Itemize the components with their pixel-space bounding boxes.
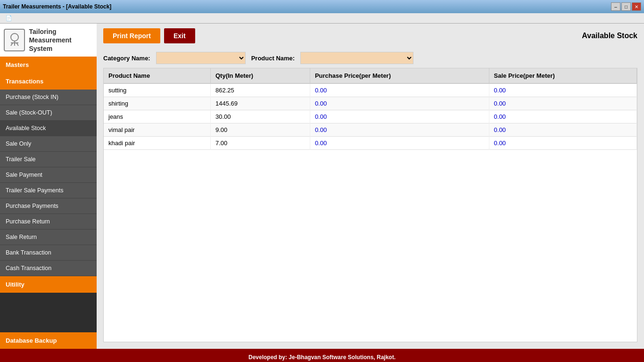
toolbar-left: Print Report Exit xyxy=(103,28,195,43)
cell-sale-price: 0.00 xyxy=(489,97,636,110)
page-title: Available Stock xyxy=(582,32,637,40)
cell-sale-price: 0.00 xyxy=(489,83,636,97)
cell-sale-price: 0.00 xyxy=(489,123,636,137)
title-bar-controls: – □ ✕ xyxy=(611,2,641,11)
sidebar: Tailoring Measurement System Masters Tra… xyxy=(0,24,97,349)
table-row: vimal pair 9.00 0.00 0.00 xyxy=(104,123,637,137)
sidebar-item-purchase-stock-in[interactable]: Purchase (Stock IN) xyxy=(0,90,97,105)
sidebar-item-bank-transaction[interactable]: Bank Transaction xyxy=(0,245,97,261)
table-row: sutting 862.25 0.00 0.00 xyxy=(104,83,637,97)
cell-qty: 862.25 xyxy=(210,83,310,97)
sidebar-item-sale-payment[interactable]: Sale Payment xyxy=(0,167,97,183)
logo-text: Tailoring Measurement System xyxy=(29,27,93,53)
filter-bar: Category Name: Product Name: xyxy=(97,48,644,68)
cell-sale-price: 0.00 xyxy=(489,110,636,123)
col-product-name: Product Name xyxy=(104,68,210,83)
sidebar-item-purchase-payments[interactable]: Purchase Payments xyxy=(0,198,97,214)
sidebar-item-trailer-sale-payments[interactable]: Trailer Sale Payments xyxy=(0,183,97,198)
cell-qty: 7.00 xyxy=(210,137,310,150)
col-purchase-price: Purchase Price(per Meter) xyxy=(310,68,489,83)
cell-product: jeans xyxy=(104,110,210,123)
database-backup-button[interactable]: Database Backup xyxy=(0,332,97,349)
app-container: Tailoring Measurement System Masters Tra… xyxy=(0,24,644,349)
table-row: shirting 1445.69 0.00 0.00 xyxy=(104,97,637,110)
col-sale-price: Sale Price(per Meter) xyxy=(489,68,636,83)
exit-button[interactable]: Exit xyxy=(164,28,195,43)
sidebar-item-available-stock[interactable]: Available Stock xyxy=(0,121,97,136)
cell-product: shirting xyxy=(104,97,210,110)
main-content: Print Report Exit Available Stock Catego… xyxy=(97,24,644,349)
logo-line1: Tailoring xyxy=(29,27,93,36)
table-container: Product Name Qty(In Meter) Purchase Pric… xyxy=(103,68,637,342)
sidebar-item-cash-transaction[interactable]: Cash Transaction xyxy=(0,261,97,276)
category-label: Category Name: xyxy=(103,55,150,62)
sidebar-item-transactions[interactable]: Transactions xyxy=(0,73,97,90)
logo-icon xyxy=(4,29,25,51)
maximize-button[interactable]: □ xyxy=(621,2,631,11)
cell-purchase-price: 0.00 xyxy=(310,97,489,110)
cell-sale-price: 0.00 xyxy=(489,137,636,150)
sidebar-item-utility[interactable]: Uitility xyxy=(0,276,97,293)
svg-point-0 xyxy=(11,33,18,41)
table-row: jeans 30.00 0.00 0.00 xyxy=(104,110,637,123)
sidebar-logo: Tailoring Measurement System xyxy=(0,24,97,57)
footer-line1: Developed by: Je-Bhagvan Software Soluti… xyxy=(248,354,396,361)
cell-qty: 1445.69 xyxy=(210,97,310,110)
sidebar-item-purchase-return[interactable]: Purchase Return xyxy=(0,214,97,230)
minimize-button[interactable]: – xyxy=(611,2,620,11)
footer: Developed by: Je-Bhagvan Software Soluti… xyxy=(0,349,644,362)
table-row: khadi pair 7.00 0.00 0.00 xyxy=(104,137,637,150)
cell-purchase-price: 0.00 xyxy=(310,83,489,97)
menu-item[interactable]: 📄 xyxy=(2,15,16,21)
sidebar-item-sale-return[interactable]: Sale Return xyxy=(0,230,97,245)
table-header-row: Product Name Qty(In Meter) Purchase Pric… xyxy=(104,68,637,83)
sidebar-item-masters[interactable]: Masters xyxy=(0,57,97,73)
print-report-button[interactable]: Print Report xyxy=(103,28,160,43)
stock-table: Product Name Qty(In Meter) Purchase Pric… xyxy=(104,68,637,150)
title-bar-text: Trailer Measurements - [Available Stock] xyxy=(3,3,111,10)
product-select[interactable] xyxy=(300,52,413,64)
title-bar: Trailer Measurements - [Available Stock]… xyxy=(0,0,644,13)
logo-line2: Measurement System xyxy=(29,36,93,53)
col-qty: Qty(In Meter) xyxy=(210,68,310,83)
close-button[interactable]: ✕ xyxy=(632,2,641,11)
category-select[interactable] xyxy=(156,52,246,64)
sidebar-item-trailer-sale[interactable]: Trailer Sale xyxy=(0,152,97,167)
toolbar: Print Report Exit Available Stock xyxy=(97,24,644,48)
cell-product: khadi pair xyxy=(104,137,210,150)
cell-qty: 9.00 xyxy=(210,123,310,137)
cell-purchase-price: 0.00 xyxy=(310,137,489,150)
cell-product: sutting xyxy=(104,83,210,97)
product-label: Product Name: xyxy=(251,55,295,62)
cell-product: vimal pair xyxy=(104,123,210,137)
sidebar-item-sale-stock-out[interactable]: Sale (Stock-OUT) xyxy=(0,105,97,121)
sidebar-item-sale-only[interactable]: Sale Only xyxy=(0,136,97,152)
cell-purchase-price: 0.00 xyxy=(310,110,489,123)
cell-qty: 30.00 xyxy=(210,110,310,123)
cell-purchase-price: 0.00 xyxy=(310,123,489,137)
menu-bar: 📄 xyxy=(0,13,644,24)
